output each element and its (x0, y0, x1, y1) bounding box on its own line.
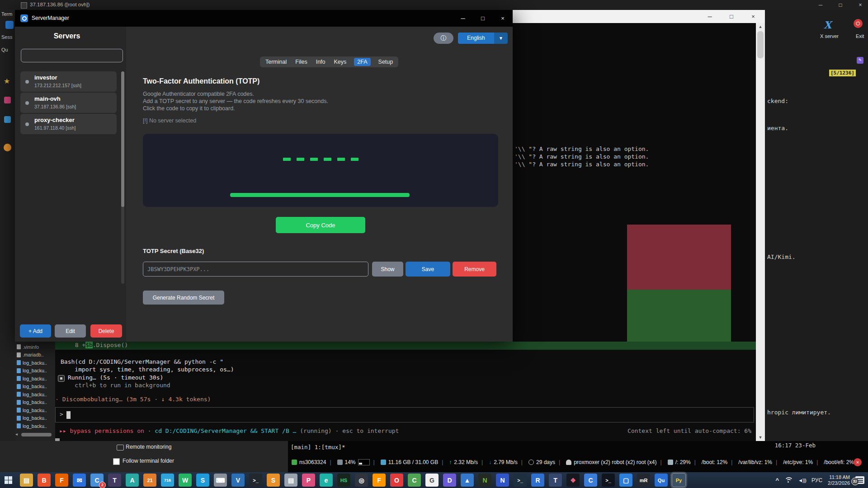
info-button[interactable]: ⓘ (434, 33, 453, 44)
taskbar-icon-powershell-core[interactable]: >_ (602, 474, 615, 487)
save-secret-button[interactable]: Save (406, 262, 450, 277)
taskbar-icon-thunderbird[interactable]: ✉ (73, 474, 86, 487)
taskbar-icon-python[interactable]: Py (672, 474, 685, 487)
server-list-item-main-ovh[interactable]: main-ovh 37.187.136.86 [ssh] (20, 93, 117, 113)
scrollbar[interactable]: ▲ ▼ (756, 23, 765, 441)
close-button[interactable]: × (853, 0, 868, 10)
scroll-left-icon[interactable]: ◂ (15, 432, 18, 436)
maximize-button[interactable]: □ (833, 0, 848, 10)
taskbar-icon-brave[interactable]: B (38, 474, 51, 487)
taskbar-icon-whatsapp[interactable]: W (179, 474, 192, 487)
add-server-button[interactable]: + Add (20, 324, 51, 338)
generate-secret-button[interactable]: Generate Random Secret (143, 291, 224, 305)
taskbar-icon-geforce[interactable]: N (478, 474, 491, 487)
taskbar-icon-teams[interactable]: T (549, 474, 562, 487)
taskbar-icon-vnc-viewer[interactable]: V (231, 474, 245, 487)
taskbar-icon-mremoteng[interactable]: mR (637, 474, 650, 487)
file-item[interactable]: log_backu.. (17, 408, 55, 413)
tab-2fa[interactable]: 2FA (354, 58, 370, 66)
taskbar-icon-notepad[interactable]: N (496, 474, 509, 487)
orange-ball-icon[interactable] (4, 144, 11, 151)
scrollbar-thumb[interactable] (121, 71, 124, 207)
exit-power-icon[interactable]: ⏻ (854, 19, 863, 28)
delete-server-button[interactable]: Delete (90, 324, 122, 338)
file-item[interactable]: log_backu.. (17, 376, 55, 381)
maximize-button[interactable]: □ (473, 10, 493, 27)
taskbar-icon-sublime[interactable]: S (267, 474, 280, 487)
prompt-input-box[interactable]: > (55, 407, 754, 422)
notifications-icon[interactable]: 32 (855, 476, 864, 484)
taskbar-icon-file-explorer[interactable]: ▤ (20, 474, 33, 487)
taskbar-icon-google[interactable]: G (425, 474, 439, 487)
taskbar-icon-vnc-blue[interactable]: ▢ (619, 474, 632, 487)
pink-app-icon[interactable] (4, 97, 11, 103)
tab-info[interactable]: Info (315, 58, 326, 66)
taskbar-icon-discord[interactable]: D (443, 474, 456, 487)
tray-expand-icon[interactable]: ^ (776, 477, 779, 483)
menu-label[interactable]: Term (1, 11, 12, 17)
copy-code-button[interactable]: Copy Code (276, 217, 365, 233)
taskbar-icon-tor-browser[interactable]: T (108, 474, 121, 487)
taskbar-icon-vlc[interactable]: ▲ (461, 474, 474, 487)
tab-setup[interactable]: Setup (377, 58, 394, 66)
taskbar-icon-notes[interactable]: ▤ (284, 474, 297, 487)
blue-app-icon[interactable] (4, 116, 11, 123)
taskbar-icon-skype[interactable]: S (196, 474, 209, 487)
tab-terminal[interactable]: Terminal (264, 58, 288, 66)
taskbar-icon-anydesk[interactable]: A (126, 474, 139, 487)
taskbar-icon-firefox-orange[interactable]: F (373, 474, 386, 487)
taskbar-icon-terminal[interactable]: >_ (249, 474, 262, 487)
file-item[interactable]: log_backu.. (17, 392, 55, 397)
scrollbar-thumb[interactable] (757, 31, 764, 58)
taskbar-icon-obs[interactable]: ◎ (355, 474, 368, 487)
file-item[interactable]: log_backu.. (17, 360, 55, 366)
star-icon[interactable]: ★ (4, 77, 10, 85)
taskbar-icon-keyboard[interactable]: ⌨ (214, 474, 227, 487)
minimize-button[interactable]: ─ (700, 10, 720, 23)
start-button[interactable] (0, 472, 16, 488)
wifi-icon[interactable] (784, 477, 793, 483)
taskbar-icon-powershell[interactable]: >_ (514, 474, 527, 487)
maximize-button[interactable]: □ (722, 10, 741, 23)
server-list-item-proxy-checker[interactable]: proxy-checker 161.97.118.40 [ssh] (20, 114, 117, 134)
remove-secret-button[interactable]: Remove (453, 262, 496, 277)
tab-keys[interactable]: Keys (333, 58, 348, 66)
x-server-icon[interactable]: X (824, 19, 835, 30)
file-item[interactable]: log_backu.. (17, 399, 55, 405)
taskbar-icon-quick-utmo[interactable]: Qu (655, 474, 668, 487)
taskbar-icon-chrome-green[interactable]: C (408, 474, 421, 487)
file-item[interactable]: .mariadb.. (17, 352, 55, 357)
file-item[interactable]: log_backu.. (17, 415, 55, 421)
close-button[interactable]: × (743, 10, 763, 23)
taskbar-icon-chrome[interactable]: C 2 (90, 474, 104, 487)
statusbar-close-button[interactable]: × (854, 458, 862, 466)
server-list-item-investor[interactable]: investor 173.212.212.157 [ssh] (20, 71, 117, 92)
server-search-input[interactable] (21, 49, 123, 62)
sessions-label[interactable]: Sess (1, 34, 12, 40)
taskbar-icon-firefox[interactable]: F (55, 474, 68, 487)
minimize-button[interactable]: ─ (813, 0, 828, 10)
minimize-button[interactable]: ─ (453, 10, 473, 27)
scroll-down-icon[interactable]: ▼ (756, 435, 765, 440)
taskbar-icon-rstudio[interactable]: R (531, 474, 544, 487)
pencil-icon[interactable]: ✎ (857, 57, 863, 64)
file-item[interactable]: log_backu.. (17, 423, 55, 429)
taskbar-icon-app-21[interactable]: 21 (143, 474, 156, 487)
file-item[interactable]: .viminfo (17, 344, 55, 350)
server-list-scrollbar[interactable] (121, 71, 124, 284)
edit-server-button[interactable]: Edit (55, 324, 86, 338)
taskbar-icon-telegram[interactable]: 716 (161, 474, 174, 487)
scroll-up-icon[interactable]: ▲ (756, 24, 765, 29)
taskbar-icon-paint[interactable]: P (302, 474, 315, 487)
file-item[interactable]: log_backu.. (17, 384, 55, 389)
totp-secret-input[interactable] (143, 262, 368, 277)
remote-monitoring-label[interactable]: Remote monitoring (126, 444, 171, 450)
app-icon[interactable] (5, 21, 14, 29)
show-secret-button[interactable]: Show (372, 262, 403, 277)
taskbar-icon-edge[interactable]: e (320, 474, 333, 487)
follow-terminal-checkbox[interactable] (113, 458, 120, 465)
clock[interactable]: 11:18 AM2/23/2026 (828, 474, 850, 486)
language-indicator[interactable]: РУС (811, 477, 822, 483)
totp-code-panel[interactable] (143, 134, 498, 207)
file-item[interactable]: log_backu.. (17, 368, 55, 373)
